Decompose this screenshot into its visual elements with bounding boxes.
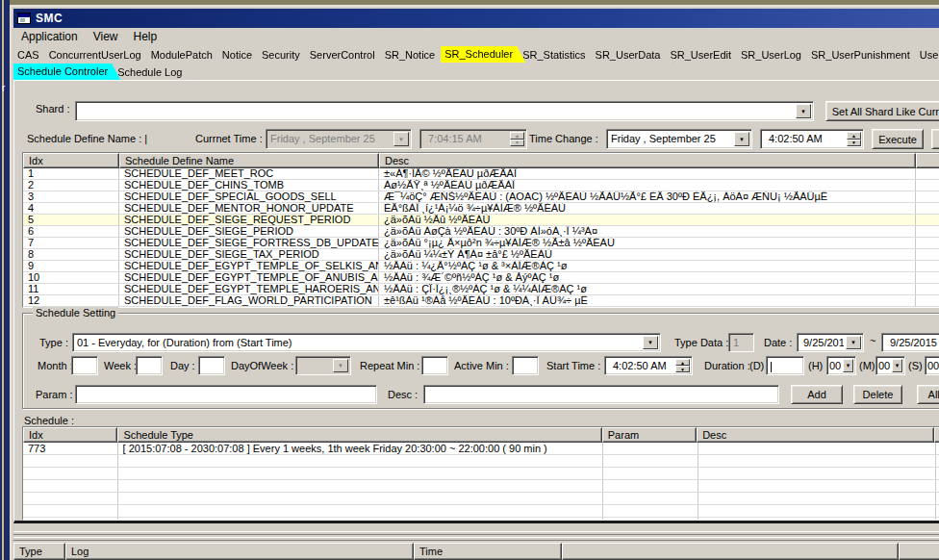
change-date-value: Friday , September 25 <box>607 130 732 148</box>
execute-button[interactable]: Execute <box>872 129 924 149</box>
col-idx[interactable]: Idx <box>23 427 117 443</box>
title-bar[interactable]: SMC <box>13 9 939 28</box>
active-min-input[interactable] <box>512 356 539 375</box>
tab-security[interactable]: Security <box>258 47 313 63</box>
col-time[interactable]: Time <box>414 543 562 560</box>
chevron-down-icon[interactable]: ▼ <box>643 336 658 349</box>
col-idx[interactable]: Idx <box>23 153 119 168</box>
col-desc[interactable]: Desc <box>379 153 916 168</box>
define-row[interactable]: 6SCHEDULE_DEF_SIEGE_PERIOD¿ä»õÀü ÁøÇà ½º… <box>23 226 939 238</box>
app-icon[interactable] <box>17 13 31 24</box>
tab-sr-scheduler[interactable]: SR_Scheduler <box>441 46 525 63</box>
define-row[interactable]: 11SCHEDULE_DEF_EGYPT_TEMPLE_HAROERIS_AND… <box>23 284 939 295</box>
tab-modulepatch[interactable]: ModulePatch <box>147 47 225 63</box>
define-row-selected[interactable]: 5SCHEDULE_DEF_SIEGE_REQUEST_PERIOD¿ä»õÀü… <box>23 215 939 226</box>
date-to-input[interactable]: 9/25/2015 <box>881 333 939 352</box>
month-input[interactable] <box>71 356 98 375</box>
shard-value <box>76 102 794 120</box>
date-from-value: 9/25/2015 <box>798 334 844 351</box>
current-date-value: Friday , September 25 <box>266 130 392 148</box>
define-row[interactable]: 4SCHEDULE_DEF_MENTOR_HONOR_UPDATEÈÄ°ßÀÎ … <box>23 203 939 215</box>
col-blank[interactable] <box>562 543 899 560</box>
menu-application[interactable]: Application <box>13 28 86 45</box>
splitter-handle[interactable] <box>13 537 939 541</box>
duration-d-input[interactable] <box>766 356 804 375</box>
schedule-row-empty <box>23 468 939 480</box>
spin-up-icon[interactable]: ▲ <box>847 132 861 140</box>
define-row[interactable]: 3SCHEDULE_DEF_SPECIAL_GOODS_SELLÆ¯¼öÇ° Æ… <box>23 191 939 203</box>
schedule-setting-title: Schedule Setting <box>33 307 118 318</box>
col-type[interactable]: Type <box>13 543 65 560</box>
define-row[interactable]: 8SCHEDULE_DEF_SIEGE_TAX_PERIOD¿ä»õÀü ¼¼±… <box>23 249 939 261</box>
change-time-spinner[interactable]: 4:02:50 AM ▲▼ <box>760 129 864 149</box>
window-title: SMC <box>36 12 63 25</box>
col-desc[interactable]: Desc <box>697 427 934 443</box>
chevron-down-icon[interactable]: ▼ <box>734 132 749 146</box>
delete-button[interactable]: Delete <box>853 385 902 404</box>
tab-servercontrol[interactable]: ServerControl <box>306 47 388 63</box>
current-time-label: Currnet Time : <box>195 133 263 145</box>
duration-label: Duration : <box>704 360 750 372</box>
refresh-button[interactable]: Re <box>931 129 939 149</box>
tab-sr-notice[interactable]: SR_Notice <box>381 47 448 63</box>
col-blank[interactable] <box>899 543 939 560</box>
type-data-label: Type Data : <box>674 337 728 349</box>
param-label: Param : <box>36 389 73 401</box>
date-from-dropdown[interactable]: 9/25/2015 ▼ <box>797 333 864 352</box>
splitter-handle[interactable] <box>13 531 939 535</box>
col-schedule-type[interactable]: Schedule Type <box>117 427 601 443</box>
week-input[interactable] <box>136 356 163 375</box>
tab-sr-userpunishment[interactable]: SR_UserPunishment <box>807 47 923 63</box>
tab-sr-userdata[interactable]: SR_UserData <box>592 47 673 63</box>
spin-down-icon: ▼ <box>510 140 524 147</box>
desc-input[interactable] <box>423 385 779 404</box>
chevron-down-icon[interactable]: ▼ <box>846 336 861 349</box>
chevron-down-icon[interactable]: ▼ <box>843 359 853 372</box>
param-input[interactable] <box>75 385 377 404</box>
main-tab-strip: CAS ConcurrentUserLog ModulePatch Notice… <box>13 45 939 63</box>
col-blank[interactable] <box>934 427 939 443</box>
spin-down-icon[interactable]: ▼ <box>847 140 861 147</box>
add-button[interactable]: Add <box>791 385 843 404</box>
col-schedule-define-name[interactable]: Schedule Define Name <box>119 153 379 168</box>
tab-schedule-controller[interactable]: Schedule Controler <box>13 64 120 80</box>
define-row[interactable]: 1SCHEDULE_DEF_MEET_ROC±«Á¶·ÎÅ© ½ºÄÉÁÙ µð… <box>23 168 939 180</box>
current-date-dropdown: Friday , September 25 ▼ <box>266 129 412 149</box>
schedule-row[interactable]: 773 [ 2015:07:08 - 2030:07:08 ] Every 1 … <box>23 443 939 455</box>
shard-combobox[interactable]: ▼ <box>75 101 814 121</box>
spin-up-icon[interactable]: ▲ <box>675 359 690 366</box>
repeat-min-input[interactable] <box>421 356 448 375</box>
all-delete-button[interactable]: All Del <box>917 385 939 404</box>
tab-sr-useredit[interactable]: SR_UserEdit <box>666 47 744 63</box>
menu-help[interactable]: Help <box>126 28 165 45</box>
define-row[interactable]: 2SCHEDULE_DEF_CHINS_TOMBÁø½ÃȲ¸ª ½ºÄÉÁÙ µ… <box>23 180 939 191</box>
menu-view[interactable]: View <box>86 28 126 45</box>
define-row[interactable]: 9SCHEDULE_DEF_EGYPT_TEMPLE_OF_SELKIS_AND… <box>23 261 939 272</box>
define-row[interactable]: 7SCHEDULE_DEF_SIEGE_FORTRESS_DB_UPDATE¿ä… <box>23 238 939 249</box>
smc-window: SMC Application View Help CAS Concurrent… <box>10 5 939 560</box>
duration-h-select[interactable]: 00 ▼ <box>826 356 856 375</box>
duration-m-label: (M) <box>859 360 876 372</box>
tab-concurrentuserlog[interactable]: ConcurrentUserLog <box>45 47 154 63</box>
tab-sr-statistics[interactable]: SR_Statistics <box>519 47 597 63</box>
duration-s-select[interactable]: 00 ▼ <box>925 356 939 375</box>
duration-m-select[interactable]: 00 ▼ <box>876 356 905 375</box>
tab-notice[interactable]: Notice <box>218 47 265 63</box>
type-dropdown[interactable]: 01 - Everyday, for (Duration) from (Star… <box>72 333 661 352</box>
day-input[interactable] <box>198 356 225 375</box>
current-time-value: 7:04:15 AM <box>420 130 508 148</box>
col-param[interactable]: Param <box>602 427 697 443</box>
col-log[interactable]: Log <box>65 543 414 560</box>
set-all-shard-button[interactable]: Set All Shard Like Current <box>825 101 939 121</box>
chevron-down-icon[interactable]: ▼ <box>892 359 902 372</box>
tab-sr-userlog[interactable]: SR_UserLog <box>737 47 814 63</box>
spin-down-icon[interactable]: ▼ <box>675 366 690 372</box>
change-date-dropdown[interactable]: Friday , September 25 ▼ <box>606 129 752 149</box>
chevron-down-icon[interactable]: ▼ <box>796 104 811 118</box>
col-blank[interactable] <box>916 153 939 168</box>
start-time-spinner[interactable]: 4:02:50 AM ▲▼ <box>604 356 693 375</box>
define-row[interactable]: 10SCHEDULE_DEF_EGYPT_TEMPLE_OF_ANUBIS_AN… <box>23 272 939 284</box>
tab-schedule-log[interactable]: Schedule Log <box>114 64 194 80</box>
date-range-tilde: ~ <box>870 335 876 347</box>
define-row[interactable]: 12SCHEDULE_DEF_FLAG_WORLD_PARTICIPATION±… <box>23 295 939 307</box>
